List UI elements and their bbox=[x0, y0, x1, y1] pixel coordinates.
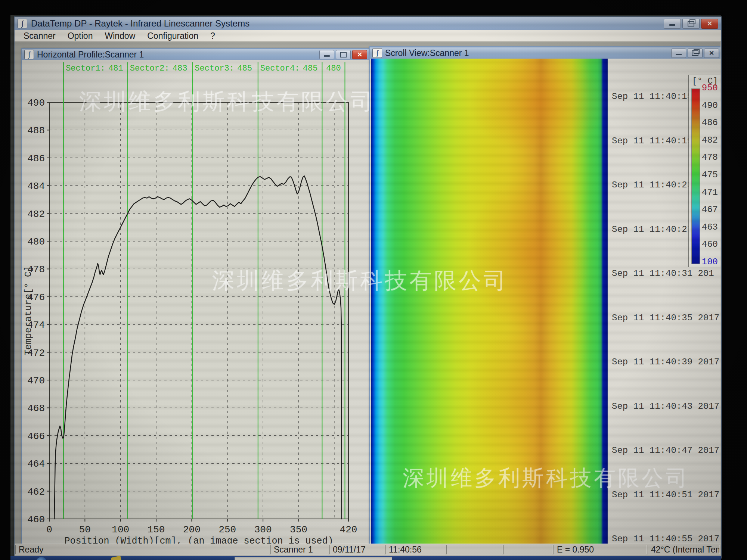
sector-value: 485 bbox=[237, 64, 252, 73]
y-tick-label: 460 bbox=[27, 514, 45, 525]
x-tick-label: 50 bbox=[79, 524, 91, 535]
x-tick-label: 150 bbox=[148, 524, 165, 535]
taskbar-window-button[interactable] bbox=[235, 557, 392, 560]
close-icon: ✕ bbox=[357, 52, 362, 58]
profile-titlebar[interactable]: ʃ Horizontal Profile:Scanner 1 ✕ bbox=[22, 49, 369, 60]
status-ready: Ready bbox=[15, 545, 269, 554]
restore-icon bbox=[692, 50, 698, 56]
close-icon: ✕ bbox=[709, 50, 714, 56]
watermark-text: 深圳维多利斯科技有限公司 bbox=[403, 464, 689, 493]
scale-tick-label: 478 bbox=[702, 152, 718, 162]
app-icon[interactable]: ʃ bbox=[18, 19, 27, 28]
sector-label: Sector1: bbox=[66, 64, 105, 73]
sector-value: 481 bbox=[108, 64, 123, 73]
plot-frame bbox=[49, 102, 348, 519]
sector-label: Sector3: bbox=[195, 64, 234, 73]
taskbar bbox=[10, 556, 721, 560]
status-empty bbox=[503, 545, 552, 554]
profile-window-icon[interactable]: ʃ bbox=[24, 50, 34, 59]
close-button[interactable]: ✕ bbox=[701, 19, 718, 29]
scale-tick-label: 490 bbox=[702, 100, 718, 110]
scale-tick-label: 460 bbox=[702, 239, 718, 249]
minimize-icon bbox=[669, 24, 675, 26]
main-titlebar[interactable]: ʃ DataTemp DP - Raytek - Infrared Linesc… bbox=[15, 17, 721, 30]
menubar: ScannerOptionWindowConfiguration? bbox=[15, 30, 721, 42]
photo-stage: ʃ DataTemp DP - Raytek - Infrared Linesc… bbox=[0, 0, 747, 560]
y-tick-label: 480 bbox=[27, 236, 45, 248]
scan-timestamp: Sep 11 11:40:55 2017 bbox=[612, 534, 720, 544]
scan-timestamp: Sep 11 11:40:35 2017 bbox=[612, 313, 720, 323]
watermark-text: 深圳维多利斯科技有限公司 bbox=[212, 266, 508, 296]
minimize-icon bbox=[676, 54, 682, 55]
y-tick-label: 462 bbox=[27, 486, 45, 498]
y-tick-label: 488 bbox=[27, 125, 45, 136]
maximize-icon bbox=[340, 52, 347, 57]
y-tick-label: 484 bbox=[27, 181, 45, 192]
minimize-button[interactable] bbox=[664, 19, 681, 29]
profile-minimize-button[interactable] bbox=[319, 50, 334, 59]
y-tick-label: 486 bbox=[27, 153, 45, 164]
x-tick-label: 420 bbox=[340, 524, 357, 535]
menu-item-configuration[interactable]: Configuration bbox=[141, 30, 204, 41]
scroll-view-window-title: Scroll View:Scanner 1 bbox=[385, 48, 469, 58]
scroll-close-button[interactable]: ✕ bbox=[704, 49, 719, 58]
status-09-11-17: 09/11/17 bbox=[329, 545, 384, 554]
scan-timestamp: Sep 11 11:40:43 2017 bbox=[612, 401, 720, 411]
y-tick-label: 468 bbox=[27, 403, 45, 414]
y-tick-label: 464 bbox=[27, 458, 45, 470]
scroll-restore-button[interactable] bbox=[688, 49, 703, 58]
restore-button[interactable] bbox=[682, 19, 700, 29]
menu-item-[interactable]: ? bbox=[204, 30, 221, 41]
scroll-view-window-icon[interactable]: ʃ bbox=[372, 48, 382, 58]
temperature-scale-panel: [° C] 950490486482478475471467463460100 bbox=[688, 75, 720, 267]
scale-tick-label: 100 bbox=[702, 257, 718, 267]
status-e-0-950: E = 0.950 bbox=[554, 545, 647, 554]
x-tick-label: 350 bbox=[290, 524, 307, 535]
profile-window-title: Horizontal Profile:Scanner 1 bbox=[37, 50, 144, 60]
scale-tick-label: 486 bbox=[702, 118, 718, 128]
watermark-text: 深圳维多利斯科技有限公司 bbox=[79, 87, 375, 117]
y-tick-label: 490 bbox=[27, 97, 45, 109]
scan-timestamp: Sep 11 11:40:31 201 bbox=[612, 268, 720, 279]
x-tick-label: 100 bbox=[112, 524, 129, 535]
main-window-title: DataTemp DP - Raytek - Infrared Linescan… bbox=[31, 18, 249, 29]
restore-icon bbox=[688, 21, 694, 27]
sector-value: 485 bbox=[303, 64, 318, 73]
scale-tick-label: 463 bbox=[702, 222, 718, 232]
y-axis-title: Temperature[° C] bbox=[23, 266, 34, 355]
minimize-icon bbox=[324, 55, 330, 57]
scale-tick-label: 475 bbox=[702, 170, 718, 180]
status-42-c-internal-temp: 42°C (Internal Temp.) bbox=[648, 545, 720, 554]
menu-item-window[interactable]: Window bbox=[99, 30, 141, 41]
scale-tick-label: 482 bbox=[702, 135, 718, 145]
status-scanner-1: Scanner 1 bbox=[270, 545, 328, 554]
scale-tick-label: 467 bbox=[702, 205, 718, 215]
sector-value: 480 bbox=[326, 64, 341, 73]
taskbar-app-icon[interactable] bbox=[111, 556, 121, 560]
status-bar: ReadyScanner 109/11/1711:40:56E = 0.9504… bbox=[15, 544, 720, 555]
scale-tick-label: 950 bbox=[702, 83, 718, 93]
profile-maximize-button[interactable] bbox=[336, 50, 351, 59]
status-11-40-56: 11:40:56 bbox=[385, 545, 445, 554]
status-empty bbox=[446, 545, 502, 554]
profile-chart-area: Sector1:481Sector2:483Sector3:485Sector4… bbox=[22, 60, 369, 546]
scan-timestamp: Sep 11 11:40:39 2017 bbox=[612, 357, 720, 367]
y-tick-label: 470 bbox=[27, 375, 45, 386]
scale-tick-label: 471 bbox=[702, 187, 718, 197]
profile-window: ʃ Horizontal Profile:Scanner 1 ✕ Sector1… bbox=[21, 48, 371, 547]
x-axis-title: Position (Width)[cm], (an image section … bbox=[64, 536, 333, 544]
y-tick-label: 466 bbox=[27, 431, 45, 442]
sector-label: Sector4: bbox=[260, 64, 300, 73]
color-scale-bar bbox=[691, 88, 700, 264]
temperature-profile-chart: Sector1:481Sector2:483Sector3:485Sector4… bbox=[22, 60, 367, 544]
start-button[interactable] bbox=[36, 557, 47, 560]
profile-close-button[interactable]: ✕ bbox=[352, 50, 367, 59]
x-tick-label: 250 bbox=[218, 524, 236, 535]
y-tick-label: 482 bbox=[27, 209, 45, 220]
scan-timestamp: Sep 11 11:40:47 2017 bbox=[612, 445, 720, 455]
scroll-minimize-button[interactable] bbox=[671, 49, 686, 58]
scroll-view-titlebar[interactable]: ʃ Scroll View:Scanner 1 ✕ bbox=[370, 47, 720, 59]
x-tick-label: 300 bbox=[254, 524, 272, 535]
menu-item-option[interactable]: Option bbox=[62, 30, 99, 41]
menu-item-scanner[interactable]: Scanner bbox=[18, 30, 62, 41]
